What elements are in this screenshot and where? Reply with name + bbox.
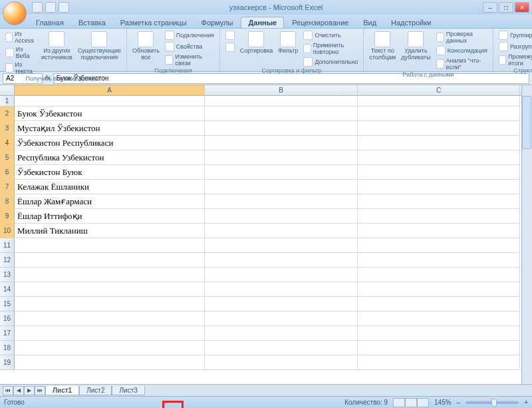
tab-review[interactable]: Рецензирование <box>285 17 355 28</box>
cell[interactable]: Миллий Тикланиш <box>15 224 205 238</box>
cell[interactable] <box>15 297 205 311</box>
cell[interactable] <box>205 326 358 341</box>
sheet-nav-prev[interactable]: ◀ <box>13 386 24 395</box>
zoom-level[interactable]: 145% <box>434 399 452 406</box>
text-to-columns-button[interactable]: Текст по столбцам <box>368 30 397 63</box>
close-button[interactable]: × <box>515 2 529 13</box>
cell[interactable] <box>358 180 520 194</box>
cell[interactable] <box>205 209 358 224</box>
cell[interactable]: Келажак Ёшланики <box>15 180 205 194</box>
scrollbar-thumb[interactable] <box>522 96 531 149</box>
tab-insert[interactable]: Вставка <box>72 17 112 28</box>
row-header[interactable]: 11 <box>0 238 15 253</box>
sheet-tab-3[interactable]: Лист3 <box>112 386 144 395</box>
cell[interactable] <box>358 150 520 165</box>
cell[interactable] <box>358 268 520 282</box>
row-header[interactable]: 8 <box>0 194 15 209</box>
zoom-in-button[interactable]: + <box>524 399 528 406</box>
cell[interactable] <box>15 355 205 370</box>
tab-formulas[interactable]: Формулы <box>195 17 240 28</box>
cell[interactable] <box>205 253 358 268</box>
zoom-thumb[interactable] <box>491 399 497 407</box>
connections-button[interactable]: Подключения <box>164 30 215 41</box>
from-access-button[interactable]: Из Access <box>4 30 37 45</box>
tab-page-layout[interactable]: Разметка страницы <box>114 17 194 28</box>
cell[interactable] <box>358 326 520 341</box>
cell[interactable] <box>15 326 205 341</box>
cell[interactable] <box>358 106 520 121</box>
row-header[interactable]: 7 <box>0 180 15 194</box>
sort-asc-button[interactable] <box>224 30 236 41</box>
cell[interactable] <box>205 355 358 370</box>
cell[interactable] <box>358 224 520 238</box>
cell[interactable] <box>358 194 520 209</box>
cell[interactable]: Буюк Ўзбекистон <box>15 106 205 121</box>
qat-save-icon[interactable] <box>32 2 43 13</box>
row-header[interactable]: 5 <box>0 150 15 165</box>
sheet-tab-1[interactable]: Лист1 <box>45 386 79 395</box>
cell[interactable] <box>358 165 520 180</box>
sheet-nav-next[interactable]: ▶ <box>24 386 35 395</box>
cell[interactable] <box>15 268 205 282</box>
cell[interactable] <box>358 355 520 370</box>
cell[interactable] <box>358 253 520 268</box>
cell[interactable] <box>358 341 520 355</box>
zoom-out-button[interactable]: – <box>457 399 461 406</box>
row-header[interactable]: 6 <box>0 165 15 180</box>
subtotal-button[interactable]: Промежуточные итоги <box>497 53 532 67</box>
cell[interactable] <box>15 341 205 355</box>
col-header-a[interactable]: A <box>15 85 205 95</box>
office-button[interactable] <box>3 1 27 25</box>
sheet-nav-first[interactable]: ⏮ <box>3 386 13 395</box>
edit-links-button[interactable]: Изменить связи <box>164 53 215 67</box>
cell[interactable] <box>205 311 358 326</box>
from-other-sources-button[interactable]: Из других источников <box>40 30 74 63</box>
cell[interactable] <box>205 121 358 136</box>
reapply-button[interactable]: Применить повторно <box>302 41 359 56</box>
existing-connections-button[interactable]: Существующие подключения <box>76 30 122 63</box>
from-web-button[interactable]: Из Веба <box>4 45 37 60</box>
cell[interactable] <box>205 341 358 355</box>
cell[interactable] <box>205 268 358 282</box>
col-header-b[interactable]: B <box>205 85 358 95</box>
minimize-button[interactable]: – <box>483 2 497 13</box>
cell[interactable] <box>358 238 520 253</box>
col-header-c[interactable]: C <box>358 85 520 95</box>
cell[interactable] <box>15 96 205 106</box>
maximize-button[interactable]: □ <box>499 2 513 13</box>
tab-view[interactable]: Вид <box>356 17 383 28</box>
cell[interactable] <box>205 150 358 165</box>
row-header[interactable]: 4 <box>0 136 15 150</box>
row-header[interactable]: 15 <box>0 297 15 311</box>
sheet-tab-2[interactable]: Лист2 <box>79 386 112 395</box>
cell[interactable] <box>358 136 520 150</box>
view-normal-button[interactable] <box>393 398 405 407</box>
row-header[interactable]: 12 <box>0 253 15 268</box>
refresh-all-button[interactable]: Обновить все <box>131 30 161 63</box>
ungroup-button[interactable]: Разгруппировать <box>497 41 532 52</box>
cell[interactable]: Мустақил Ўзбекистон <box>15 121 205 136</box>
row-header[interactable]: 9 <box>0 209 15 224</box>
whatif-button[interactable]: Анализ "что-если" <box>435 57 489 71</box>
vertical-scrollbar[interactable] <box>521 85 532 393</box>
cell[interactable] <box>358 282 520 297</box>
group-button[interactable]: Группировать <box>497 30 532 41</box>
cell[interactable] <box>358 311 520 326</box>
select-all-corner[interactable] <box>0 85 15 95</box>
cell[interactable] <box>358 121 520 136</box>
cell[interactable] <box>205 224 358 238</box>
clear-filter-button[interactable]: Очистить <box>302 30 359 41</box>
cell[interactable] <box>205 238 358 253</box>
advanced-button[interactable]: Дополнительно <box>302 57 359 67</box>
cell[interactable] <box>205 282 358 297</box>
cell[interactable]: Ёшлар Иттифоқи <box>15 209 205 224</box>
row-header[interactable]: 2 <box>0 106 15 121</box>
cell[interactable]: Ёшлар Жамғармаси <box>15 194 205 209</box>
consolidate-button[interactable]: Консолидация <box>435 45 489 56</box>
cell[interactable] <box>205 180 358 194</box>
view-layout-button[interactable] <box>405 398 417 407</box>
row-header[interactable]: 14 <box>0 282 15 297</box>
properties-button[interactable]: Свойства <box>164 41 215 52</box>
cell[interactable] <box>205 96 358 106</box>
cell[interactable]: Республика Узбекистон <box>15 150 205 165</box>
